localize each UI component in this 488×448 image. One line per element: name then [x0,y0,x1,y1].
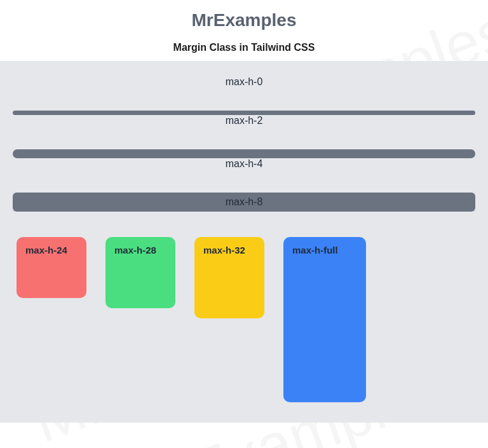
header: MrExamples Margin Class in Tailwind CSS [0,0,488,53]
bar-group: max-h-2 [13,111,475,130]
box-label: max-h-28 [114,245,156,255]
box-label: max-h-full [292,245,338,255]
page-subtitle: Margin Class in Tailwind CSS [0,42,488,53]
box-demo: max-h-24 [17,237,86,298]
demo-container: max-h-0 max-h-2 max-h-4 max-h-8 max-h-24… [0,61,488,423]
bar-group: max-h-0 [13,76,475,92]
bar-demo: max-h-8 [13,193,475,212]
bar-label: max-h-0 [13,76,475,88]
bar-group: max-h-8 [13,193,475,212]
bar-demo [13,111,475,115]
page-title: MrExamples [0,10,488,31]
bars-section: max-h-0 max-h-2 max-h-4 max-h-8 [13,76,475,237]
bar-label: max-h-2 [13,115,475,126]
box-demo: max-h-28 [105,237,175,308]
box-label: max-h-32 [203,245,245,255]
bar-demo [13,149,475,158]
box-demo: max-h-32 [194,237,264,318]
bar-label: max-h-8 [226,196,263,208]
bar-label: max-h-4 [13,158,475,170]
box-demo: max-h-full [283,237,366,402]
bar-group: max-h-4 [13,149,475,173]
box-label: max-h-24 [25,245,67,255]
boxes-section: max-h-24 max-h-28 max-h-32 max-h-full [13,237,475,402]
